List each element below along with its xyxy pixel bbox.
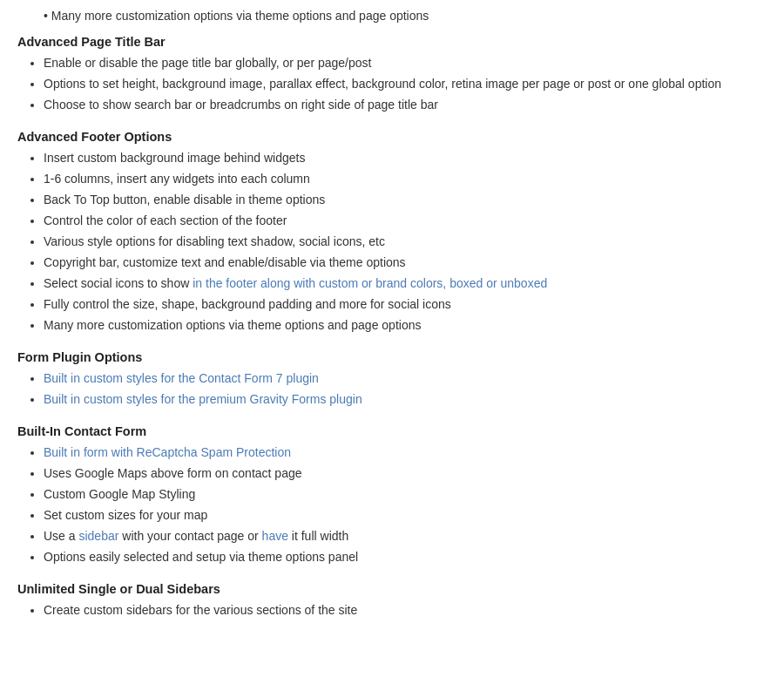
section-list-built-in-contact-form: Built in form with ReCaptcha Spam Protec… — [44, 444, 767, 566]
list-item: Enable or disable the page title bar glo… — [44, 54, 767, 72]
list-item: Custom Google Map Styling — [44, 485, 767, 504]
list-item: Insert custom background image behind wi… — [44, 149, 767, 167]
list-item: Select social icons to show in the foote… — [44, 274, 767, 293]
sections-container: Advanced Page Title BarEnable or disable… — [17, 35, 767, 620]
link[interactable]: Built in custom styles for the Contact F… — [44, 371, 319, 385]
list-item: Many more customization options via them… — [44, 316, 767, 335]
section-list-form-plugin-options: Built in custom styles for the Contact F… — [44, 369, 767, 409]
list-item: Set custom sizes for your map — [44, 506, 767, 525]
list-item: Various style options for disabling text… — [44, 233, 767, 251]
top-bullet-text: Many more customization options via them… — [51, 9, 429, 23]
section-built-in-contact-form: Built-In Contact FormBuilt in form with … — [17, 424, 767, 566]
list-item: Control the color of each section of the… — [44, 212, 767, 230]
list-item: Options to set height, background image,… — [44, 75, 767, 93]
list-item: Choose to show search bar or breadcrumbs… — [44, 96, 767, 114]
link[interactable]: Built in custom styles for the premium G… — [44, 392, 362, 406]
section-title-unlimited-sidebars: Unlimited Single or Dual Sidebars — [17, 582, 767, 596]
list-item: Back To Top button, enable disable in th… — [44, 191, 767, 209]
link[interactable]: in the footer along with custom or brand… — [193, 276, 547, 290]
list-item: Built in form with ReCaptcha Spam Protec… — [44, 444, 767, 462]
list-item: Built in custom styles for the premium G… — [44, 390, 767, 409]
section-list-advanced-page-title-bar: Enable or disable the page title bar glo… — [44, 54, 767, 114]
section-title-form-plugin-options: Form Plugin Options — [17, 350, 767, 364]
section-title-advanced-page-title-bar: Advanced Page Title Bar — [17, 35, 767, 49]
list-item: Fully control the size, shape, backgroun… — [44, 295, 767, 314]
section-form-plugin-options: Form Plugin OptionsBuilt in custom style… — [17, 350, 767, 409]
section-advanced-page-title-bar: Advanced Page Title BarEnable or disable… — [17, 35, 767, 114]
top-bullet-item: Many more customization options via them… — [44, 9, 767, 23]
section-advanced-footer-options: Advanced Footer OptionsInsert custom bac… — [17, 130, 767, 335]
list-item: Built in custom styles for the Contact F… — [44, 369, 767, 388]
list-item: Create custom sidebars for the various s… — [44, 601, 767, 620]
list-item: 1-6 columns, insert any widgets into eac… — [44, 170, 767, 188]
section-list-unlimited-sidebars: Create custom sidebars for the various s… — [44, 601, 767, 620]
list-item: Options easily selected and setup via th… — [44, 548, 767, 566]
list-item: Copyright bar, customize text and enable… — [44, 254, 767, 272]
list-item: Uses Google Maps above form on contact p… — [44, 464, 767, 483]
list-item: Use a sidebar with your contact page or … — [44, 527, 767, 545]
link[interactable]: sidebar — [78, 529, 118, 543]
section-title-built-in-contact-form: Built-In Contact Form — [17, 424, 767, 438]
section-list-advanced-footer-options: Insert custom background image behind wi… — [44, 149, 767, 335]
link[interactable]: Built in form with ReCaptcha Spam Protec… — [44, 445, 291, 459]
section-title-advanced-footer-options: Advanced Footer Options — [17, 130, 767, 144]
link[interactable]: have — [262, 529, 288, 543]
section-unlimited-sidebars: Unlimited Single or Dual SidebarsCreate … — [17, 582, 767, 620]
